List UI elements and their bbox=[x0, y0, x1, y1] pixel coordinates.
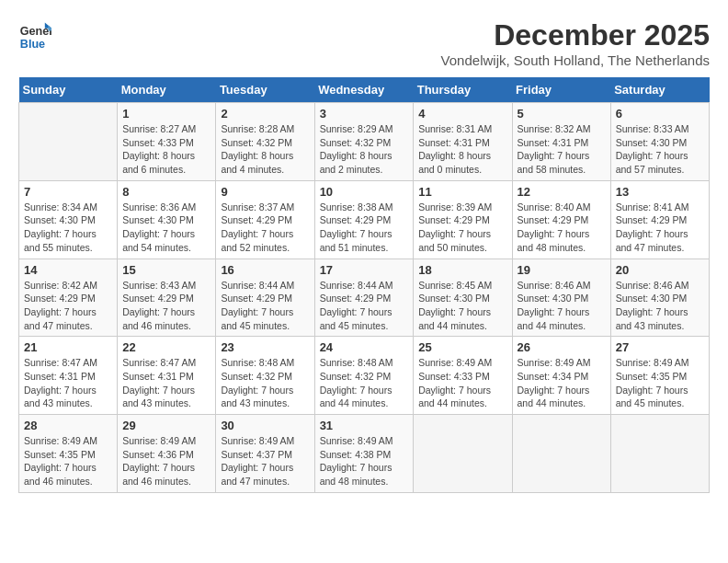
day-info: Sunrise: 8:45 AMSunset: 4:30 PMDaylight:… bbox=[418, 279, 506, 333]
calendar-cell: 9Sunrise: 8:37 AMSunset: 4:29 PMDaylight… bbox=[216, 180, 314, 259]
day-info: Sunrise: 8:40 AMSunset: 4:29 PMDaylight:… bbox=[518, 201, 606, 255]
svg-text:Blue: Blue bbox=[20, 38, 45, 51]
day-number: 4 bbox=[418, 107, 506, 121]
day-number: 10 bbox=[320, 185, 409, 199]
day-number: 21 bbox=[24, 340, 112, 354]
logo: General Blue bbox=[18, 18, 51, 52]
calendar-week-row: 14Sunrise: 8:42 AMSunset: 4:29 PMDayligh… bbox=[19, 259, 710, 337]
calendar-cell bbox=[414, 415, 512, 493]
day-number: 1 bbox=[122, 107, 210, 121]
day-info: Sunrise: 8:34 AMSunset: 4:30 PMDaylight:… bbox=[24, 201, 112, 255]
day-number: 19 bbox=[518, 263, 606, 277]
day-number: 8 bbox=[122, 185, 210, 199]
day-number: 17 bbox=[320, 263, 409, 277]
calendar-cell: 28Sunrise: 8:49 AMSunset: 4:35 PMDayligh… bbox=[19, 415, 118, 493]
calendar-cell: 14Sunrise: 8:42 AMSunset: 4:29 PMDayligh… bbox=[19, 259, 118, 337]
calendar-cell: 24Sunrise: 8:48 AMSunset: 4:32 PMDayligh… bbox=[314, 337, 414, 415]
day-number: 22 bbox=[122, 340, 210, 354]
day-info: Sunrise: 8:49 AMSunset: 4:33 PMDaylight:… bbox=[418, 356, 506, 410]
calendar-cell: 16Sunrise: 8:44 AMSunset: 4:29 PMDayligh… bbox=[216, 259, 314, 337]
day-number: 26 bbox=[518, 340, 606, 354]
calendar-cell: 29Sunrise: 8:49 AMSunset: 4:36 PMDayligh… bbox=[118, 415, 216, 493]
day-info: Sunrise: 8:31 AMSunset: 4:31 PMDaylight:… bbox=[418, 122, 506, 177]
weekday-header: Sunday bbox=[19, 77, 118, 103]
weekday-header: Wednesday bbox=[314, 77, 414, 103]
calendar-week-row: 28Sunrise: 8:49 AMSunset: 4:35 PMDayligh… bbox=[19, 415, 710, 493]
day-number: 5 bbox=[518, 107, 606, 121]
day-info: Sunrise: 8:47 AMSunset: 4:31 PMDaylight:… bbox=[24, 356, 112, 410]
calendar-cell bbox=[19, 103, 118, 181]
day-info: Sunrise: 8:39 AMSunset: 4:29 PMDaylight:… bbox=[418, 201, 506, 255]
calendar-cell bbox=[512, 415, 610, 493]
calendar-cell: 22Sunrise: 8:47 AMSunset: 4:31 PMDayligh… bbox=[118, 337, 216, 415]
calendar-cell: 15Sunrise: 8:43 AMSunset: 4:29 PMDayligh… bbox=[118, 259, 216, 337]
logo-icon: General Blue bbox=[18, 18, 51, 52]
page-title: December 2025 bbox=[441, 18, 710, 52]
calendar-cell: 7Sunrise: 8:34 AMSunset: 4:30 PMDaylight… bbox=[19, 180, 118, 259]
calendar-cell: 11Sunrise: 8:39 AMSunset: 4:29 PMDayligh… bbox=[414, 180, 512, 259]
day-number: 13 bbox=[616, 185, 704, 199]
day-info: Sunrise: 8:49 AMSunset: 4:35 PMDaylight:… bbox=[616, 356, 704, 410]
calendar-cell: 23Sunrise: 8:48 AMSunset: 4:32 PMDayligh… bbox=[216, 337, 314, 415]
calendar-cell: 3Sunrise: 8:29 AMSunset: 4:32 PMDaylight… bbox=[314, 103, 414, 181]
day-number: 25 bbox=[418, 340, 506, 354]
day-number: 30 bbox=[221, 419, 309, 432]
weekday-header: Friday bbox=[512, 77, 610, 103]
day-info: Sunrise: 8:46 AMSunset: 4:30 PMDaylight:… bbox=[616, 279, 704, 333]
day-number: 9 bbox=[221, 185, 309, 199]
day-info: Sunrise: 8:48 AMSunset: 4:32 PMDaylight:… bbox=[320, 356, 409, 410]
day-number: 3 bbox=[320, 107, 409, 121]
day-info: Sunrise: 8:29 AMSunset: 4:32 PMDaylight:… bbox=[320, 122, 409, 177]
calendar-cell: 26Sunrise: 8:49 AMSunset: 4:34 PMDayligh… bbox=[512, 337, 610, 415]
day-info: Sunrise: 8:38 AMSunset: 4:29 PMDaylight:… bbox=[320, 201, 409, 255]
day-info: Sunrise: 8:42 AMSunset: 4:29 PMDaylight:… bbox=[24, 279, 112, 333]
day-info: Sunrise: 8:33 AMSunset: 4:30 PMDaylight:… bbox=[616, 122, 704, 177]
calendar-cell: 10Sunrise: 8:38 AMSunset: 4:29 PMDayligh… bbox=[314, 180, 414, 259]
day-number: 7 bbox=[24, 185, 112, 199]
calendar-cell: 30Sunrise: 8:49 AMSunset: 4:37 PMDayligh… bbox=[216, 415, 314, 493]
calendar-cell: 19Sunrise: 8:46 AMSunset: 4:30 PMDayligh… bbox=[512, 259, 610, 337]
day-info: Sunrise: 8:49 AMSunset: 4:35 PMDaylight:… bbox=[24, 434, 112, 488]
calendar-cell: 4Sunrise: 8:31 AMSunset: 4:31 PMDaylight… bbox=[414, 103, 512, 181]
calendar-cell: 20Sunrise: 8:46 AMSunset: 4:30 PMDayligh… bbox=[610, 259, 709, 337]
calendar-cell: 1Sunrise: 8:27 AMSunset: 4:33 PMDaylight… bbox=[118, 103, 216, 181]
day-info: Sunrise: 8:27 AMSunset: 4:33 PMDaylight:… bbox=[122, 122, 210, 177]
title-area: December 2025 Vondelwijk, South Holland,… bbox=[441, 18, 710, 68]
day-number: 11 bbox=[418, 185, 506, 199]
calendar-cell bbox=[610, 415, 709, 493]
calendar-week-row: 21Sunrise: 8:47 AMSunset: 4:31 PMDayligh… bbox=[19, 337, 710, 415]
calendar-cell: 27Sunrise: 8:49 AMSunset: 4:35 PMDayligh… bbox=[610, 337, 709, 415]
day-number: 2 bbox=[221, 107, 309, 121]
page-subtitle: Vondelwijk, South Holland, The Netherlan… bbox=[441, 52, 710, 68]
day-info: Sunrise: 8:28 AMSunset: 4:32 PMDaylight:… bbox=[221, 122, 309, 177]
day-number: 12 bbox=[518, 185, 606, 199]
day-info: Sunrise: 8:49 AMSunset: 4:36 PMDaylight:… bbox=[122, 434, 210, 488]
calendar-week-row: 1Sunrise: 8:27 AMSunset: 4:33 PMDaylight… bbox=[19, 103, 710, 181]
day-info: Sunrise: 8:49 AMSunset: 4:38 PMDaylight:… bbox=[320, 434, 409, 488]
day-info: Sunrise: 8:47 AMSunset: 4:31 PMDaylight:… bbox=[122, 356, 210, 410]
calendar-cell: 5Sunrise: 8:32 AMSunset: 4:31 PMDaylight… bbox=[512, 103, 610, 181]
calendar-table: SundayMondayTuesdayWednesdayThursdayFrid… bbox=[18, 77, 710, 493]
calendar-cell: 2Sunrise: 8:28 AMSunset: 4:32 PMDaylight… bbox=[216, 103, 314, 181]
day-info: Sunrise: 8:43 AMSunset: 4:29 PMDaylight:… bbox=[122, 279, 210, 333]
day-number: 15 bbox=[122, 263, 210, 277]
day-info: Sunrise: 8:32 AMSunset: 4:31 PMDaylight:… bbox=[518, 122, 606, 177]
calendar-cell: 8Sunrise: 8:36 AMSunset: 4:30 PMDaylight… bbox=[118, 180, 216, 259]
calendar-cell: 25Sunrise: 8:49 AMSunset: 4:33 PMDayligh… bbox=[414, 337, 512, 415]
day-info: Sunrise: 8:48 AMSunset: 4:32 PMDaylight:… bbox=[221, 356, 309, 410]
day-number: 18 bbox=[418, 263, 506, 277]
day-number: 28 bbox=[24, 419, 112, 432]
calendar-cell: 6Sunrise: 8:33 AMSunset: 4:30 PMDaylight… bbox=[610, 103, 709, 181]
day-number: 23 bbox=[221, 340, 309, 354]
day-number: 16 bbox=[221, 263, 309, 277]
calendar-cell: 31Sunrise: 8:49 AMSunset: 4:38 PMDayligh… bbox=[314, 415, 414, 493]
day-number: 6 bbox=[616, 107, 704, 121]
day-number: 31 bbox=[320, 419, 409, 432]
day-info: Sunrise: 8:49 AMSunset: 4:34 PMDaylight:… bbox=[518, 356, 606, 410]
weekday-header: Monday bbox=[118, 77, 216, 103]
day-number: 14 bbox=[24, 263, 112, 277]
day-info: Sunrise: 8:49 AMSunset: 4:37 PMDaylight:… bbox=[221, 434, 309, 488]
day-info: Sunrise: 8:41 AMSunset: 4:29 PMDaylight:… bbox=[616, 201, 704, 255]
day-number: 29 bbox=[122, 419, 210, 432]
calendar-cell: 17Sunrise: 8:44 AMSunset: 4:29 PMDayligh… bbox=[314, 259, 414, 337]
